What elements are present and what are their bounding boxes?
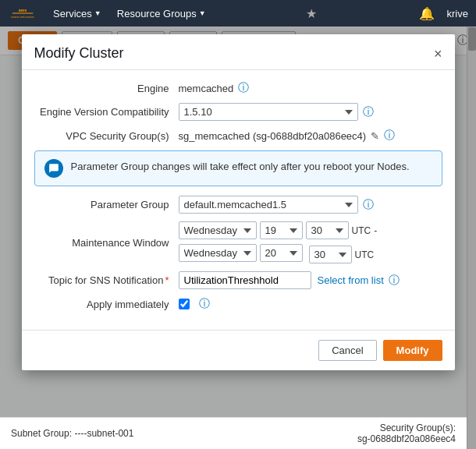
subnet-group-label: Subnet Group:: [11, 428, 72, 439]
cancel-button[interactable]: Cancel: [318, 340, 376, 361]
sns-info-icon[interactable]: ⓘ: [389, 274, 400, 288]
svg-rect-2: [12, 12, 34, 13]
engine-version-select[interactable]: 1.5.10: [179, 103, 358, 121]
subnet-group-container: Subnet Group: ----subnet-001: [11, 428, 133, 439]
content-area: Create Reboot Delete Modify Manage tags …: [0, 27, 476, 449]
services-label: Services: [53, 8, 92, 19]
modify-cluster-modal: Modify Cluster × Engine memcached ⓘ Engi…: [22, 34, 455, 370]
svg-text:aws: aws: [19, 8, 27, 12]
vpc-security-row: VPC Security Group(s) sg_memcached (sg-0…: [34, 129, 442, 143]
maint-day2-select[interactable]: Wednesday: [179, 244, 257, 262]
chat-svg: [48, 163, 59, 174]
apply-immediately-info-icon[interactable]: ⓘ: [199, 297, 210, 311]
apply-immediately-checkbox[interactable]: [179, 299, 190, 309]
sns-label: Topic for SNS Notification: [34, 274, 179, 286]
resource-groups-label: Resource Groups: [117, 8, 197, 19]
apply-immediately-row: Apply immediately ⓘ: [34, 297, 442, 311]
security-groups-value: sg-0688dbf20a086eec4: [357, 433, 456, 444]
maint-min1-select[interactable]: 30: [306, 221, 349, 239]
sns-input[interactable]: [179, 271, 311, 289]
engine-version-label: Engine Version Compatibility: [34, 106, 179, 118]
chat-bubble-icon: [44, 159, 63, 178]
parameter-group-info-icon[interactable]: ⓘ: [363, 198, 374, 212]
security-groups-container: Security Group(s): sg-0688dbf20a086eec4: [357, 422, 456, 444]
maintenance-controls: Wednesday 19 30 UTC - Wednesday: [179, 221, 442, 263]
sns-notification-row: Topic for SNS Notification Select from l…: [34, 271, 442, 289]
parameter-group-label: Parameter Group: [34, 199, 179, 210]
security-groups-label: Security Group(s):: [357, 422, 456, 433]
maint-utc2-label: UTC: [355, 249, 375, 260]
modal-footer: Cancel Modify: [22, 330, 455, 370]
bell-icon[interactable]: 🔔: [419, 6, 435, 21]
select-from-list-link[interactable]: Select from list: [318, 274, 384, 286]
apply-immediately-label: Apply immediately: [34, 299, 179, 310]
resource-groups-caret: ▼: [199, 9, 206, 17]
parameter-group-row: Parameter Group default.memcached1.5 ⓘ: [34, 196, 442, 214]
engine-value: memcached: [179, 83, 234, 94]
aws-logo[interactable]: aws amazon web services: [8, 5, 37, 22]
user-label[interactable]: krive: [447, 8, 468, 19]
modal-modify-button[interactable]: Modify: [383, 340, 442, 361]
engine-version-row: Engine Version Compatibility 1.5.10 ⓘ: [34, 103, 442, 121]
services-caret: ▼: [94, 9, 101, 17]
maint-min2-select[interactable]: 30: [309, 246, 352, 263]
vpc-security-info-icon[interactable]: ⓘ: [384, 129, 395, 143]
modal-title: Modify Cluster: [34, 45, 124, 62]
engine-row: Engine memcached ⓘ: [34, 81, 442, 95]
maint-hour1-select[interactable]: 19: [260, 221, 303, 239]
maint-utc1-label: UTC: [352, 225, 371, 236]
apply-immediately-controls: ⓘ: [179, 297, 210, 311]
parameter-group-select[interactable]: default.memcached1.5: [179, 196, 358, 214]
services-nav[interactable]: Services ▼: [48, 8, 106, 19]
maintenance-window-row: Maintenance Window Wednesday 19 30 UTC -: [34, 221, 442, 263]
engine-label: Engine: [34, 83, 179, 94]
vpc-security-label: VPC Security Group(s): [34, 130, 179, 142]
top-nav: aws amazon web services Services ▼ Resou…: [0, 0, 476, 27]
engine-info-icon[interactable]: ⓘ: [238, 81, 249, 95]
edit-icon[interactable]: ✎: [371, 130, 379, 142]
info-banner: Parameter Group changes will take effect…: [34, 150, 442, 186]
maintenance-label: Maintenance Window: [34, 237, 179, 249]
info-banner-text: Parameter Group changes will take effect…: [71, 159, 410, 175]
modal-body: Engine memcached ⓘ Engine Version Compat…: [22, 70, 455, 330]
svg-text:amazon web services: amazon web services: [11, 16, 34, 19]
vpc-security-value: sg_memcached (sg-0688dbf20a086eec4): [179, 130, 367, 142]
maint-separator: -: [374, 225, 377, 236]
subnet-group-value: ----subnet-001: [74, 428, 133, 439]
bottom-bar: Subnet Group: ----subnet-001 Security Gr…: [0, 417, 467, 449]
resource-groups-nav[interactable]: Resource Groups ▼: [112, 8, 211, 19]
engine-version-info-icon[interactable]: ⓘ: [363, 105, 374, 119]
maint-hour2-select[interactable]: 20: [260, 244, 303, 262]
pushpin-icon[interactable]: ★: [306, 6, 317, 21]
close-button[interactable]: ×: [434, 47, 442, 61]
modal-overlay: Modify Cluster × Engine memcached ⓘ Engi…: [0, 27, 476, 449]
vpc-security-value-container: sg_memcached (sg-0688dbf20a086eec4) ✎: [179, 130, 380, 142]
maint-day1-select[interactable]: Wednesday: [179, 221, 257, 239]
modal-header: Modify Cluster ×: [22, 34, 455, 70]
